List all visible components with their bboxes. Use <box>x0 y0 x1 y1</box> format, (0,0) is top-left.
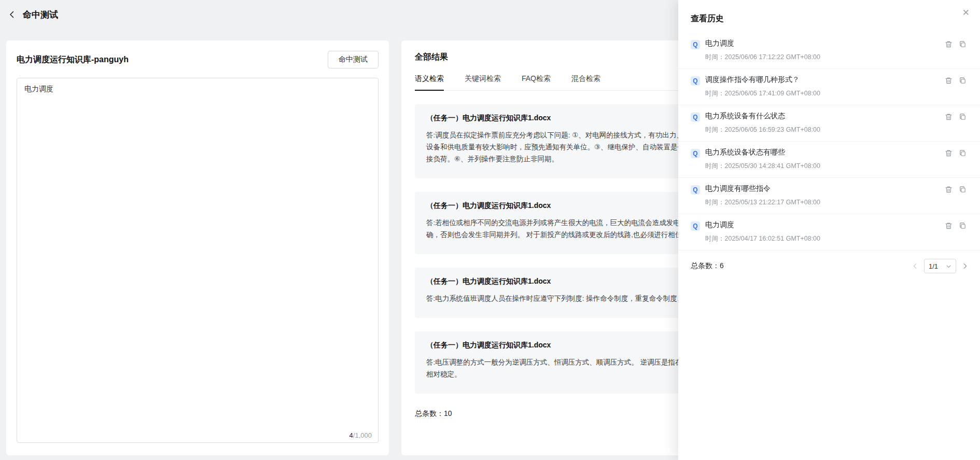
chevron-down-icon <box>946 263 951 269</box>
question-badge-icon: Q <box>691 221 700 231</box>
page-select[interactable]: 1/1 <box>924 259 956 273</box>
query-textarea-wrap: 电力调度 4/1,000 <box>17 78 379 443</box>
history-time: 时间：2025/06/05 16:59:23 GMT+08:00 <box>705 126 940 134</box>
copy-icon[interactable] <box>959 222 967 230</box>
history-footer: 总条数：6 1/1 <box>678 250 980 273</box>
delete-icon[interactable] <box>945 40 953 48</box>
delete-icon[interactable] <box>945 149 953 157</box>
next-page-icon[interactable] <box>961 262 969 270</box>
results-total-label: 总条数： <box>415 409 444 417</box>
history-item[interactable]: Q 电力调度 时间：2025/06/06 17:12:22 GMT+08:00 <box>678 33 980 69</box>
question-badge-icon: Q <box>691 185 700 194</box>
hit-test-button[interactable]: 命中测试 <box>328 51 379 68</box>
history-time: 时间：2025/06/06 17:12:22 GMT+08:00 <box>705 53 940 62</box>
history-time: 时间：2025/05/30 14:28:41 GMT+08:00 <box>705 162 940 171</box>
question-badge-icon: Q <box>691 149 700 158</box>
delete-icon[interactable] <box>945 186 953 193</box>
copy-icon[interactable] <box>959 186 967 193</box>
page-title: 命中测试 <box>23 9 58 21</box>
delete-icon[interactable] <box>945 222 953 230</box>
history-question: 电力系统设备状态有哪些 <box>705 148 940 157</box>
history-question: 电力系统设备有什么状态 <box>705 111 940 121</box>
history-total-label: 总条数： <box>691 261 720 270</box>
close-icon[interactable]: ✕ <box>962 8 970 17</box>
tab-semantic-search[interactable]: 语义检索 <box>415 74 444 90</box>
history-question: 电力调度 <box>705 39 940 48</box>
history-item[interactable]: Q 电力调度有哪些指令 时间：2025/05/13 21:22:17 GMT+0… <box>678 178 980 214</box>
history-question: 电力调度有哪些指令 <box>705 184 940 193</box>
char-count: 4/1,000 <box>349 431 372 439</box>
question-badge-icon: Q <box>691 40 700 49</box>
copy-icon[interactable] <box>959 149 967 157</box>
history-time: 时间：2025/04/17 16:02:51 GMT+08:00 <box>705 234 940 243</box>
tab-hybrid-search[interactable]: 混合检索 <box>571 74 600 90</box>
history-item[interactable]: Q 电力系统设备状态有哪些 时间：2025/05/30 14:28:41 GMT… <box>678 142 980 178</box>
history-list: Q 电力调度 时间：2025/06/06 17:12:22 GMT+08:00 … <box>678 33 980 250</box>
pagination: 1/1 <box>912 259 969 273</box>
char-count-limit: /1,000 <box>353 431 372 439</box>
knowledge-base-title: 电力调度运行知识库-panguyh <box>17 54 129 65</box>
question-badge-icon: Q <box>691 76 700 86</box>
copy-icon[interactable] <box>959 113 967 121</box>
page-header: 命中测试 <box>0 0 58 29</box>
history-total: 总条数：6 <box>691 261 724 271</box>
delete-icon[interactable] <box>945 113 953 121</box>
history-question: 电力调度 <box>705 220 940 230</box>
prev-page-icon[interactable] <box>912 262 919 270</box>
back-icon[interactable] <box>7 10 17 19</box>
delete-icon[interactable] <box>945 77 953 85</box>
history-time: 时间：2025/05/13 21:22:17 GMT+08:00 <box>705 198 940 207</box>
results-total-value: 10 <box>444 409 452 417</box>
query-panel: 电力调度运行知识库-panguyh 命中测试 电力调度 4/1,000 <box>6 40 389 455</box>
query-input[interactable]: 电力调度 <box>17 78 378 442</box>
page-indicator: 1/1 <box>929 262 938 270</box>
copy-icon[interactable] <box>959 77 967 85</box>
copy-icon[interactable] <box>959 40 967 48</box>
question-badge-icon: Q <box>691 113 700 122</box>
history-item[interactable]: Q 电力调度 时间：2025/04/17 16:02:51 GMT+08:00 <box>678 214 980 250</box>
history-drawer: 查看历史 ✕ Q 电力调度 时间：2025/06/06 17:12:22 GMT… <box>678 0 980 460</box>
char-count-current: 4 <box>349 431 353 439</box>
history-total-value: 6 <box>720 261 724 270</box>
history-time: 时间：2025/06/05 17:41:09 GMT+08:00 <box>705 89 940 98</box>
history-drawer-title: 查看历史 <box>691 14 724 23</box>
tab-faq-search[interactable]: FAQ检索 <box>522 74 551 90</box>
history-question: 调度操作指令有哪几种形式？ <box>705 75 940 85</box>
tab-keyword-search[interactable]: 关键词检索 <box>465 74 501 90</box>
history-item[interactable]: Q 调度操作指令有哪几种形式？ 时间：2025/06/05 17:41:09 G… <box>678 69 980 105</box>
history-item[interactable]: Q 电力系统设备有什么状态 时间：2025/06/05 16:59:23 GMT… <box>678 105 980 142</box>
